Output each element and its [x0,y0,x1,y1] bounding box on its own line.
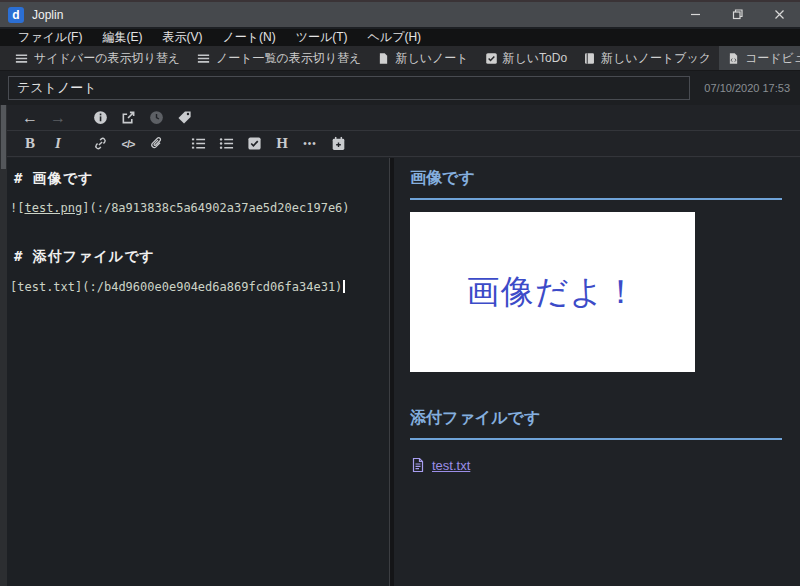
new-notebook-button[interactable]: 新しいノートブック [575,46,719,71]
attachment-link[interactable]: test.txt [432,458,470,473]
numbered-list-button[interactable] [184,132,212,156]
scrollbar-thumb[interactable] [1,105,6,169]
new-note-button[interactable]: 新しいノート [369,46,476,71]
maximize-button[interactable] [716,2,758,27]
bold-icon: B [25,135,35,152]
preview-heading-attachment: 添付ファイルです [410,408,782,429]
new-todo-label: 新しいToDo [503,50,568,67]
embedded-image: 画像だよ！ [410,212,695,372]
numbered-list-icon [191,136,206,151]
vertical-scrollbar[interactable] [0,105,7,586]
image-caption-text: 画像だよ！ [467,270,639,315]
menu-note[interactable]: ノート(N) [212,29,285,46]
toggle-sidebar-label: サイドバーの表示切り替え [34,50,180,67]
note-header: 07/10/2020 17:53 [0,71,800,105]
window-title: Joplin [32,8,63,22]
tag-icon [177,110,192,125]
note-timestamp: 07/10/2020 17:53 [704,82,790,94]
toggle-notelist-button[interactable]: ノート一覧の表示切り替え [188,46,369,71]
markdown-resource-id: ](:/8a913838c5a64902a37ae5d20ec197e6) [82,201,349,215]
ellipsis-icon: ••• [303,138,317,149]
editor-heading-attachment: # 添付ファイルです [14,248,389,266]
markdown-resource-id: ](:/b4d9600e0e904ed6a869fcd06fa34e31) [75,280,342,294]
window-titlebar: d Joplin [0,0,800,27]
clock-icon [149,110,164,125]
menu-edit[interactable]: 編集(E) [92,29,152,46]
joplin-window: d Joplin ファイル(F) 編集(E) 表示(V) ノート(N) ツール(… [0,0,800,586]
more-options-button[interactable]: ••• [296,132,324,156]
link-icon [93,136,108,151]
note-properties-button[interactable] [86,106,114,130]
notebook-icon [583,52,596,65]
editor-attachment-markdown: [test.txt](:/b4d9600e0e904ed6a869fcd06fa… [10,280,389,294]
hyperlink-button[interactable] [86,132,114,156]
arrow-left-icon: ← [22,110,38,126]
markdown-editor[interactable]: # 画像です ![test.png](:/8a913838c5a64902a37… [0,158,390,586]
text-cursor [343,280,345,293]
heading-rule [410,438,782,440]
editor-image-markdown: ![test.png](:/8a913838c5a64902a37ae5d20e… [10,201,389,215]
toggle-notelist-label: ノート一覧の表示切り替え [216,50,361,67]
checkbox-icon [485,52,498,65]
markdown-preview: 画像です 画像だよ！ 添付ファイルです test.txt [394,158,800,586]
info-icon [93,110,108,125]
note-content: # 画像です ![test.png](:/8a913838c5a64902a37… [0,158,800,586]
heading-button[interactable]: H [268,132,296,156]
window-controls [674,2,800,27]
note-icon [377,52,390,65]
italic-icon: I [55,135,61,152]
minimize-button[interactable] [674,2,716,27]
menu-tools[interactable]: ツール(T) [286,29,358,46]
new-note-label: 新しいノート [395,50,468,67]
new-notebook-label: 新しいノートブック [601,50,711,67]
paperclip-icon [149,136,164,151]
markdown-syntax: ![ [10,201,24,215]
main-toolbar: サイドバーの表示切り替え ノート一覧の表示切り替え 新しいノート 新しいToDo… [0,46,800,71]
code-icon: </> [122,138,135,150]
tags-button[interactable] [170,106,198,130]
editor-heading-image: # 画像です [14,170,389,188]
share-icon [121,110,136,125]
format-row: B I </> H ••• [0,131,800,157]
bulleted-list-icon [219,136,234,151]
bulleted-list-button[interactable] [212,132,240,156]
code-view-button[interactable]: コードビュー [719,46,800,71]
code-view-icon [727,52,740,65]
code-view-label: コードビュー [745,50,800,67]
attach-file-button[interactable] [142,132,170,156]
close-button[interactable] [758,2,800,27]
note-title-input[interactable] [8,76,690,100]
note-toolbar: ← → B I </> [0,105,800,158]
back-button[interactable]: ← [16,106,44,130]
attachment-item: test.txt [410,457,782,473]
menu-bar: ファイル(F) 編集(E) 表示(V) ノート(N) ツール(T) ヘルプ(H) [0,29,800,46]
share-note-button[interactable] [114,106,142,130]
markdown-link-text: test.png [24,201,82,215]
hamburger-icon [196,51,211,66]
joplin-logo-icon: d [8,7,24,23]
heading-rule [410,198,782,200]
inline-code-button[interactable]: </> [114,132,142,156]
arrow-right-icon: → [50,110,66,126]
heading-icon: H [276,135,288,152]
markdown-link-text: test.txt [17,280,75,294]
checkbox-icon [247,136,262,151]
checkbox-list-button[interactable] [240,132,268,156]
toggle-sidebar-button[interactable]: サイドバーの表示切り替え [6,46,188,71]
calendar-plus-icon [331,136,346,151]
new-todo-button[interactable]: 新しいToDo [477,46,576,71]
note-action-row: ← → [0,105,800,131]
forward-button[interactable]: → [44,106,72,130]
note-history-button[interactable] [142,106,170,130]
menu-file[interactable]: ファイル(F) [8,29,92,46]
bold-button[interactable]: B [16,132,44,156]
italic-button[interactable]: I [44,132,72,156]
hamburger-icon [14,51,29,66]
insert-datetime-button[interactable] [324,132,352,156]
file-icon [410,457,426,473]
menu-view[interactable]: 表示(V) [152,29,212,46]
menu-help[interactable]: ヘルプ(H) [358,29,432,46]
preview-heading-image: 画像です [410,168,782,189]
